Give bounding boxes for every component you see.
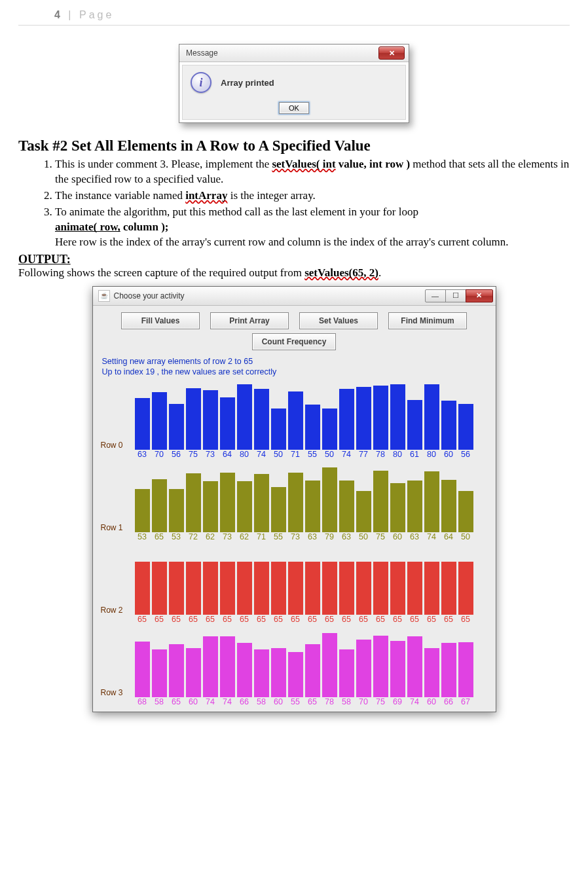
bar: [373, 562, 388, 615]
bar-value: 50: [458, 532, 473, 541]
bar-value: 63: [305, 532, 320, 541]
bar-value: 74: [254, 450, 269, 459]
activity-titlebar: ☕ Choose your activity — ☐ ✕: [93, 287, 496, 306]
bar-value: 60: [424, 697, 439, 706]
bar: [373, 386, 388, 450]
bar-value: 65: [373, 615, 388, 624]
info-icon: i: [191, 72, 211, 93]
bar: [424, 562, 439, 615]
task-heading: Task #2 Set All Elements in A Row to A S…: [18, 137, 570, 154]
bar-value: 64: [220, 450, 235, 459]
row-label: Row 1: [101, 523, 123, 532]
page-number: 4: [54, 9, 63, 20]
bar: [441, 401, 456, 450]
bar-value: 80: [424, 450, 439, 459]
bar-value: 65: [152, 615, 167, 624]
bar-value: 50: [271, 450, 286, 459]
bar: [254, 474, 269, 532]
row-label: Row 3: [101, 688, 123, 697]
bars-area: Row 1: [101, 460, 488, 532]
bar: [458, 491, 473, 532]
bar: [322, 562, 337, 615]
bar-value: 67: [458, 697, 473, 706]
bar-value: 65: [390, 615, 405, 624]
value-row: 6565656565656565656565656565656565656565: [101, 615, 488, 624]
bar-value: 74: [424, 532, 439, 541]
fill-values-button[interactable]: Fill Values: [121, 312, 200, 329]
bar: [390, 384, 405, 450]
close-icon[interactable]: ✕: [466, 289, 493, 302]
ok-button[interactable]: OK: [279, 102, 309, 114]
close-icon[interactable]: ✕: [378, 46, 405, 60]
bar: [220, 636, 235, 697]
bar-value: 60: [271, 697, 286, 706]
bar: [152, 649, 167, 697]
bar: [135, 489, 150, 532]
bar-value: 56: [169, 450, 184, 459]
bar: [288, 562, 303, 615]
status-line-2: Up to index 19 , the new values are set …: [102, 367, 487, 376]
button-row-2: Count Frequency: [101, 333, 488, 350]
message-dialog-wrap: Message ✕ i Array printed OK: [18, 44, 570, 123]
message-title-text: Message: [186, 48, 218, 58]
bar-value: 63: [135, 450, 150, 459]
bar: [203, 636, 218, 697]
bar: [305, 644, 320, 697]
print-array-button[interactable]: Print Array: [210, 312, 289, 329]
bar: [152, 392, 167, 450]
bar: [339, 649, 354, 697]
bar: [152, 562, 167, 615]
bar: [441, 562, 456, 615]
message-body: i Array printed OK: [182, 65, 406, 120]
bars-area: Row 3: [101, 625, 488, 697]
bar: [220, 562, 235, 615]
output-description: Following shows the screen capture of th…: [18, 266, 570, 280]
bar: [407, 400, 422, 450]
task-list: This is under comment 3. Please, impleme…: [41, 157, 570, 250]
bar-value: 68: [135, 697, 150, 706]
bar: [169, 644, 184, 697]
bar: [186, 388, 201, 450]
bar: [356, 387, 371, 450]
bar: [373, 471, 388, 532]
bar: [322, 467, 337, 532]
bar-value: 65: [237, 615, 252, 624]
bar: [458, 562, 473, 615]
bar-value: 80: [390, 450, 405, 459]
bar: [458, 404, 473, 450]
bar: [424, 471, 439, 532]
bar: [254, 649, 269, 697]
bar-value: 65: [441, 615, 456, 624]
bars-area: Row 0: [101, 378, 488, 450]
bar-value: 80: [237, 450, 252, 459]
set-values-button[interactable]: Set Values: [299, 312, 378, 329]
bar: [305, 481, 320, 532]
method-setvalues: setValues( int: [272, 158, 335, 170]
bar-value: 74: [203, 697, 218, 706]
find-minimum-button[interactable]: Find Minimum: [388, 312, 467, 329]
bar-value: 65: [169, 697, 184, 706]
document-page: 4 | Page Message ✕ i Array printed OK Ta…: [0, 0, 588, 738]
bar-value: 66: [237, 697, 252, 706]
activity-title-text: Choose your activity: [114, 291, 185, 300]
bar-value: 62: [203, 532, 218, 541]
maximize-icon[interactable]: ☐: [445, 289, 466, 302]
value-row: 6858656074746658605565785870756974606667: [101, 697, 488, 706]
bar-value: 65: [339, 615, 354, 624]
bar-value: 65: [305, 697, 320, 706]
bar: [390, 641, 405, 697]
bar-value: 71: [254, 532, 269, 541]
bar: [271, 409, 286, 450]
bar-value: 65: [356, 615, 371, 624]
minimize-icon[interactable]: —: [425, 289, 446, 302]
bar: [203, 390, 218, 450]
bar-value: 53: [169, 532, 184, 541]
count-frequency-button[interactable]: Count Frequency: [252, 333, 337, 350]
row-label: Row 0: [101, 441, 123, 450]
task-item-3: To animate the algorithm, put this metho…: [55, 205, 570, 250]
bar-value: 73: [220, 532, 235, 541]
status-line-1: Setting new array elements of row 2 to 6…: [102, 357, 487, 366]
chart-row-2: Row 265656565656565656565656565656565656…: [101, 543, 488, 624]
bar-value: 58: [152, 697, 167, 706]
bar: [356, 562, 371, 615]
